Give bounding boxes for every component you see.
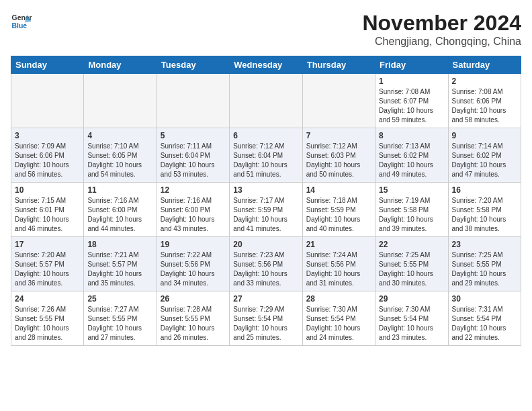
day-info: Sunrise: 7:18 AM Sunset: 5:59 PM Dayligh… xyxy=(306,196,371,234)
day-number: 21 xyxy=(306,240,371,249)
day-number: 10 xyxy=(15,185,80,195)
calendar-day-cell xyxy=(230,74,302,128)
calendar-day-cell: 25Sunrise: 7:27 AM Sunset: 5:55 PM Dayli… xyxy=(84,291,157,346)
day-info: Sunrise: 7:29 AM Sunset: 5:54 PM Dayligh… xyxy=(233,305,298,342)
day-info: Sunrise: 7:22 AM Sunset: 5:56 PM Dayligh… xyxy=(161,250,226,288)
calendar-day-cell: 29Sunrise: 7:30 AM Sunset: 5:54 PM Dayli… xyxy=(375,291,448,346)
day-info: Sunrise: 7:17 AM Sunset: 5:59 PM Dayligh… xyxy=(233,196,298,234)
calendar-day-cell: 11Sunrise: 7:16 AM Sunset: 6:00 PM Dayli… xyxy=(84,183,157,237)
day-number: 12 xyxy=(161,185,226,195)
day-info: Sunrise: 7:23 AM Sunset: 5:56 PM Dayligh… xyxy=(233,250,298,288)
day-number: 24 xyxy=(15,294,80,304)
day-info: Sunrise: 7:16 AM Sunset: 6:00 PM Dayligh… xyxy=(87,196,152,234)
day-info: Sunrise: 7:14 AM Sunset: 6:02 PM Dayligh… xyxy=(452,142,517,179)
day-number: 23 xyxy=(452,240,517,249)
day-number: 13 xyxy=(233,185,298,195)
weekday-header: Thursday xyxy=(302,56,375,74)
day-number: 1 xyxy=(379,77,444,86)
day-number: 20 xyxy=(233,240,298,249)
calendar-day-cell: 19Sunrise: 7:22 AM Sunset: 5:56 PM Dayli… xyxy=(157,237,229,291)
day-info: Sunrise: 7:24 AM Sunset: 5:56 PM Dayligh… xyxy=(306,250,371,288)
day-info: Sunrise: 7:26 AM Sunset: 5:55 PM Dayligh… xyxy=(15,305,80,342)
header: General Blue November 2024 Chengjiang, C… xyxy=(11,11,521,48)
day-info: Sunrise: 7:25 AM Sunset: 5:55 PM Dayligh… xyxy=(452,250,517,288)
calendar-day-cell: 18Sunrise: 7:21 AM Sunset: 5:57 PM Dayli… xyxy=(84,237,157,291)
day-info: Sunrise: 7:30 AM Sunset: 5:54 PM Dayligh… xyxy=(379,305,444,342)
day-number: 28 xyxy=(306,294,371,304)
calendar-day-cell xyxy=(157,74,229,128)
calendar-day-cell: 14Sunrise: 7:18 AM Sunset: 5:59 PM Dayli… xyxy=(302,183,375,237)
calendar-day-cell: 20Sunrise: 7:23 AM Sunset: 5:56 PM Dayli… xyxy=(230,237,302,291)
calendar-day-cell: 12Sunrise: 7:16 AM Sunset: 6:00 PM Dayli… xyxy=(157,183,229,237)
day-info: Sunrise: 7:21 AM Sunset: 5:57 PM Dayligh… xyxy=(87,250,152,288)
day-info: Sunrise: 7:27 AM Sunset: 5:55 PM Dayligh… xyxy=(87,305,152,342)
logo: General Blue xyxy=(11,11,32,32)
day-info: Sunrise: 7:09 AM Sunset: 6:06 PM Dayligh… xyxy=(15,142,80,179)
calendar-week-row: 24Sunrise: 7:26 AM Sunset: 5:55 PM Dayli… xyxy=(11,291,521,346)
day-info: Sunrise: 7:20 AM Sunset: 5:58 PM Dayligh… xyxy=(452,196,517,234)
day-number: 14 xyxy=(306,185,371,195)
day-info: Sunrise: 7:13 AM Sunset: 6:02 PM Dayligh… xyxy=(379,142,444,179)
calendar-day-cell xyxy=(302,74,375,128)
day-number: 2 xyxy=(452,77,517,86)
calendar-subtitle: Chengjiang, Chongqing, China xyxy=(362,36,521,48)
calendar-day-cell: 16Sunrise: 7:20 AM Sunset: 5:58 PM Dayli… xyxy=(448,183,521,237)
weekday-header: Sunday xyxy=(11,56,84,74)
day-info: Sunrise: 7:11 AM Sunset: 6:04 PM Dayligh… xyxy=(161,142,226,179)
calendar-day-cell: 13Sunrise: 7:17 AM Sunset: 5:59 PM Dayli… xyxy=(230,183,302,237)
weekday-header: Wednesday xyxy=(230,56,302,74)
calendar-day-cell: 6Sunrise: 7:12 AM Sunset: 6:04 PM Daylig… xyxy=(230,128,302,183)
day-number: 3 xyxy=(15,131,80,140)
day-info: Sunrise: 7:08 AM Sunset: 6:06 PM Dayligh… xyxy=(452,87,517,125)
day-info: Sunrise: 7:12 AM Sunset: 6:03 PM Dayligh… xyxy=(306,142,371,179)
calendar-day-cell: 30Sunrise: 7:31 AM Sunset: 5:54 PM Dayli… xyxy=(448,291,521,346)
day-number: 11 xyxy=(87,185,152,195)
weekday-header: Tuesday xyxy=(157,56,229,74)
day-info: Sunrise: 7:25 AM Sunset: 5:55 PM Dayligh… xyxy=(379,250,444,288)
calendar-day-cell: 1Sunrise: 7:08 AM Sunset: 6:07 PM Daylig… xyxy=(375,74,448,128)
calendar-day-cell xyxy=(11,74,84,128)
calendar-week-row: 1Sunrise: 7:08 AM Sunset: 6:07 PM Daylig… xyxy=(11,74,521,128)
day-number: 7 xyxy=(306,131,371,140)
calendar-day-cell: 17Sunrise: 7:20 AM Sunset: 5:57 PM Dayli… xyxy=(11,237,84,291)
day-number: 17 xyxy=(15,240,80,249)
calendar-day-cell: 2Sunrise: 7:08 AM Sunset: 6:06 PM Daylig… xyxy=(448,74,521,128)
weekday-header: Friday xyxy=(375,56,448,74)
calendar-day-cell: 21Sunrise: 7:24 AM Sunset: 5:56 PM Dayli… xyxy=(302,237,375,291)
calendar-day-cell: 26Sunrise: 7:28 AM Sunset: 5:55 PM Dayli… xyxy=(157,291,229,346)
calendar-day-cell: 24Sunrise: 7:26 AM Sunset: 5:55 PM Dayli… xyxy=(11,291,84,346)
day-info: Sunrise: 7:15 AM Sunset: 6:01 PM Dayligh… xyxy=(15,196,80,234)
day-number: 29 xyxy=(379,294,444,304)
day-info: Sunrise: 7:12 AM Sunset: 6:04 PM Dayligh… xyxy=(233,142,298,179)
day-number: 26 xyxy=(161,294,226,304)
day-number: 5 xyxy=(161,131,226,140)
calendar-day-cell: 5Sunrise: 7:11 AM Sunset: 6:04 PM Daylig… xyxy=(157,128,229,183)
calendar-day-cell: 15Sunrise: 7:19 AM Sunset: 5:58 PM Dayli… xyxy=(375,183,448,237)
day-number: 18 xyxy=(87,240,152,249)
calendar-day-cell: 28Sunrise: 7:30 AM Sunset: 5:54 PM Dayli… xyxy=(302,291,375,346)
day-number: 30 xyxy=(452,294,517,304)
calendar-week-row: 10Sunrise: 7:15 AM Sunset: 6:01 PM Dayli… xyxy=(11,183,521,237)
day-info: Sunrise: 7:30 AM Sunset: 5:54 PM Dayligh… xyxy=(306,305,371,342)
calendar-title: November 2024 xyxy=(362,11,521,36)
day-info: Sunrise: 7:28 AM Sunset: 5:55 PM Dayligh… xyxy=(161,305,226,342)
day-info: Sunrise: 7:31 AM Sunset: 5:54 PM Dayligh… xyxy=(452,305,517,342)
day-number: 4 xyxy=(87,131,152,140)
calendar-day-cell: 10Sunrise: 7:15 AM Sunset: 6:01 PM Dayli… xyxy=(11,183,84,237)
calendar-day-cell: 22Sunrise: 7:25 AM Sunset: 5:55 PM Dayli… xyxy=(375,237,448,291)
calendar-day-cell: 7Sunrise: 7:12 AM Sunset: 6:03 PM Daylig… xyxy=(302,128,375,183)
calendar-day-cell: 23Sunrise: 7:25 AM Sunset: 5:55 PM Dayli… xyxy=(448,237,521,291)
day-info: Sunrise: 7:20 AM Sunset: 5:57 PM Dayligh… xyxy=(15,250,80,288)
calendar-day-cell: 27Sunrise: 7:29 AM Sunset: 5:54 PM Dayli… xyxy=(230,291,302,346)
calendar-table: SundayMondayTuesdayWednesdayThursdayFrid… xyxy=(11,56,521,346)
day-number: 25 xyxy=(87,294,152,304)
day-number: 15 xyxy=(379,185,444,195)
day-number: 9 xyxy=(452,131,517,140)
day-number: 16 xyxy=(452,185,517,195)
day-info: Sunrise: 7:10 AM Sunset: 6:05 PM Dayligh… xyxy=(87,142,152,179)
day-number: 22 xyxy=(379,240,444,249)
day-info: Sunrise: 7:16 AM Sunset: 6:00 PM Dayligh… xyxy=(161,196,226,234)
svg-text:Blue: Blue xyxy=(12,22,28,30)
calendar-header-row: SundayMondayTuesdayWednesdayThursdayFrid… xyxy=(11,56,521,74)
calendar-day-cell xyxy=(84,74,157,128)
